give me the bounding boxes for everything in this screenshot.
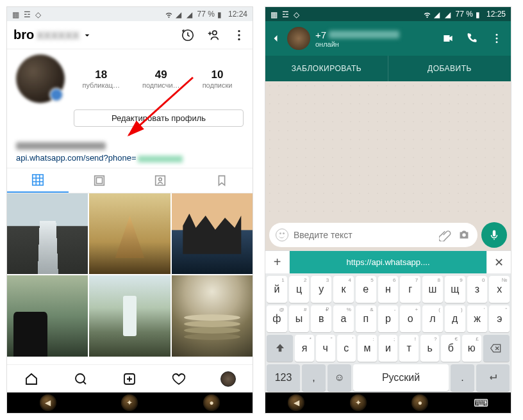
profile-icon[interactable]	[220, 371, 236, 387]
emoji-key[interactable]: ☺	[328, 364, 351, 391]
key-р[interactable]: р-	[378, 305, 399, 332]
key-и[interactable]: и;	[379, 335, 398, 362]
home-icon[interactable]	[24, 371, 39, 387]
svg-point-3	[238, 34, 240, 36]
post-thumbnail[interactable]	[7, 275, 88, 356]
post-thumbnail[interactable]	[172, 193, 253, 274]
svg-point-16	[462, 233, 466, 237]
key-123[interactable]: 123	[267, 364, 300, 391]
recent-button[interactable]: ●	[203, 394, 220, 411]
key-у[interactable]: у3	[311, 276, 331, 303]
notif-icon: ▦	[12, 10, 21, 19]
profile-header: broxxxxxx	[7, 21, 253, 49]
chevron-down-icon	[82, 30, 92, 40]
key-с[interactable]: с'	[337, 335, 356, 362]
add-user-icon[interactable]	[206, 28, 220, 42]
posts-stat[interactable]: 18 публикац…	[83, 69, 120, 89]
battery-text: 77 %	[197, 10, 215, 19]
key-я[interactable]: я*	[295, 335, 314, 362]
key-н[interactable]: н6	[378, 276, 399, 303]
post-thumbnail[interactable]	[89, 275, 170, 356]
key-е[interactable]: е5	[356, 276, 376, 303]
back-button[interactable]: ◀	[288, 394, 304, 411]
video-call-icon[interactable]	[442, 32, 454, 45]
grid-tab[interactable]	[7, 168, 69, 193]
add-contact-button[interactable]: ДОБАВИТЬ	[388, 56, 511, 81]
keyboard: й1ц2у3к4е5н6г7ш8щ9з0х№ ф@ы#в₽а%п&р-о+л(д…	[265, 273, 511, 392]
svg-point-10	[76, 374, 85, 383]
key-о[interactable]: о+	[400, 305, 420, 332]
phone-call-icon[interactable]	[466, 32, 479, 45]
expand-suggestions[interactable]: +	[265, 251, 290, 273]
key-э[interactable]: э"	[489, 305, 510, 332]
key-п[interactable]: п&	[356, 305, 376, 332]
key-ф[interactable]: ф@	[267, 305, 287, 332]
edit-profile-button[interactable]: Редактировать профиль	[74, 109, 244, 127]
key-д[interactable]: д)	[445, 305, 465, 332]
feed-tab[interactable]	[69, 168, 130, 193]
camera-icon[interactable]	[457, 228, 471, 242]
add-post-icon[interactable]	[122, 371, 137, 387]
battery-icon: ▮	[217, 10, 226, 19]
enter-key[interactable]	[476, 364, 510, 391]
key-з[interactable]: з0	[467, 276, 488, 303]
key-ш[interactable]: ш8	[422, 276, 443, 303]
keyboard-collapse-icon[interactable]: ⌨	[474, 394, 488, 411]
back-button[interactable]: ◀	[40, 394, 56, 411]
key-х[interactable]: х№	[489, 276, 510, 303]
archive-icon[interactable]	[181, 28, 195, 42]
tagged-tab[interactable]	[130, 168, 192, 193]
backspace-key[interactable]	[483, 335, 510, 362]
key-к[interactable]: к4	[333, 276, 354, 303]
post-thumbnail[interactable]	[172, 275, 253, 356]
search-icon[interactable]	[73, 371, 88, 387]
message-text-field[interactable]	[294, 230, 434, 240]
chat-area[interactable]	[265, 81, 511, 220]
back-icon[interactable]	[269, 32, 282, 45]
key-ч[interactable]: ч"	[316, 335, 335, 362]
avatar[interactable]	[16, 54, 65, 103]
bio-link[interactable]: api.whatsapp.com/send?phone=	[7, 152, 253, 168]
mic-button[interactable]	[481, 222, 507, 248]
close-suggestions[interactable]: ✕	[486, 251, 511, 273]
key-в[interactable]: в₽	[311, 305, 331, 332]
heart-icon[interactable]	[171, 371, 187, 387]
attach-icon[interactable]	[439, 229, 452, 241]
status-bar: ▦ ☲ ◇ ◢ ◢ 77 % ▮ 12:25	[265, 7, 511, 21]
stats-row: 18 публикац… 49 подписчи… 10 подписки	[7, 49, 253, 106]
key-й[interactable]: й1	[267, 276, 287, 303]
key-,[interactable]: ,	[302, 364, 326, 391]
key-ь[interactable]: ь?	[420, 335, 440, 362]
key-ц[interactable]: ц2	[289, 276, 310, 303]
key-б[interactable]: б€	[441, 335, 460, 362]
block-button[interactable]: ЗАБЛОКИРОВАТЬ	[265, 56, 388, 81]
post-thumbnail[interactable]	[89, 193, 170, 274]
key-.[interactable]: .	[451, 364, 474, 391]
menu-dots-icon[interactable]	[232, 28, 246, 42]
shift-key[interactable]	[267, 335, 293, 362]
key-ю[interactable]: ю£	[462, 335, 481, 362]
contact-avatar[interactable]	[287, 27, 310, 50]
key-ж[interactable]: ж'	[467, 305, 488, 332]
contact-info[interactable]: +7 онлайн	[315, 29, 436, 48]
followers-stat[interactable]: 49 подписчи…	[142, 69, 180, 89]
recent-button[interactable]: ●	[411, 394, 428, 411]
key-щ[interactable]: щ9	[445, 276, 465, 303]
key-т[interactable]: т!	[399, 335, 419, 362]
saved-tab[interactable]	[191, 168, 253, 193]
key-ы[interactable]: ы#	[289, 305, 310, 332]
key-л[interactable]: л(	[422, 305, 443, 332]
home-button[interactable]: ✦	[350, 394, 367, 411]
post-thumbnail[interactable]	[7, 193, 88, 274]
key-м[interactable]: м:	[358, 335, 377, 362]
message-input[interactable]	[269, 223, 477, 247]
url-suggestion[interactable]: https://api.whatsapp....	[290, 251, 486, 273]
emoji-icon[interactable]	[276, 229, 288, 241]
key-а[interactable]: а%	[333, 305, 354, 332]
key-г[interactable]: г7	[400, 276, 420, 303]
home-button[interactable]: ✦	[121, 394, 138, 411]
username-dropdown[interactable]: broxxxxxx	[13, 28, 92, 42]
space-key[interactable]: Русский	[353, 364, 449, 391]
following-stat[interactable]: 10 подписки	[203, 69, 233, 89]
menu-dots-icon[interactable]	[490, 32, 503, 45]
